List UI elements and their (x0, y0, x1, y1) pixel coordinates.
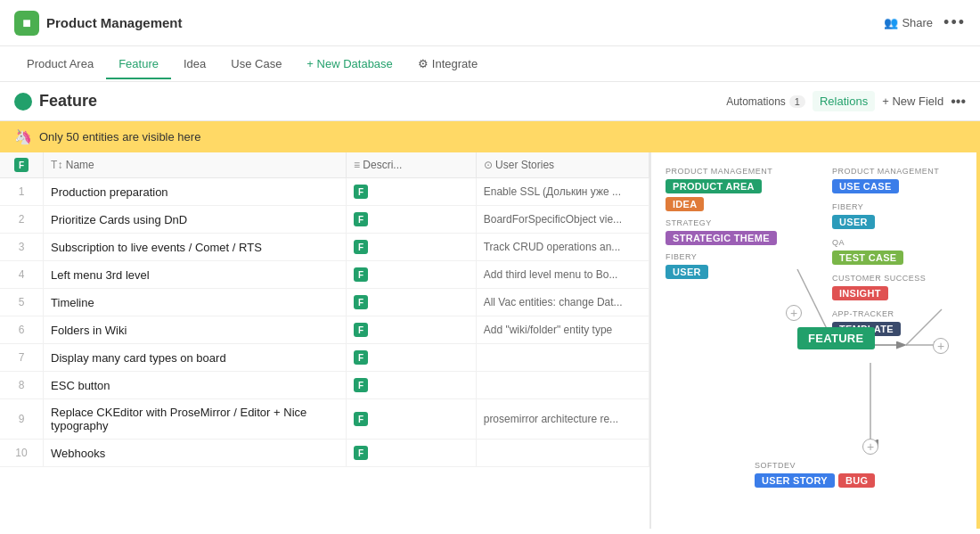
f-icon: F (354, 212, 368, 226)
row-desc: F (347, 234, 477, 261)
feature-table: F T↕ Name ≡ Descri... ⊙ User Stories (0, 152, 649, 467)
relations-panel: PRODUCT MANAGEMENT PRODUCT AREA IDEA STR… (650, 152, 980, 529)
row-name[interactable]: Left menu 3rd level (44, 261, 347, 289)
header-actions: 👥 Share ••• (884, 13, 966, 32)
row-num: 6 (0, 316, 44, 344)
bottom-groups: SOFTDEV USER STORY BUG (755, 461, 933, 495)
app-logo-icon: ■ (14, 11, 39, 36)
tab-integrate[interactable]: ⚙ Integrate (405, 50, 490, 79)
table-row[interactable]: 1 Production preparation F Enable SSL (Д… (0, 178, 649, 206)
row-name[interactable]: Timeline (44, 289, 347, 316)
add-relation-bottom[interactable]: + (862, 439, 878, 455)
table-row[interactable]: 5 Timeline F All Vac entities: change Da… (0, 289, 649, 316)
group-customer-success: CUSTOMER SUCCESS INSIGHT (832, 274, 957, 300)
tag-insight: INSIGHT (832, 286, 888, 300)
row-name[interactable]: Subscription to live events / Comet / RT… (44, 234, 347, 261)
row-desc: F (347, 344, 477, 372)
table-area: F T↕ Name ≡ Descri... ⊙ User Stories (0, 152, 650, 529)
row-desc: F (347, 399, 477, 440)
add-relation-right[interactable]: + (933, 338, 949, 354)
automations-badge: 1 (789, 95, 805, 108)
app-tracker-label: APP-TRACKER (832, 309, 957, 318)
f-badge: F (14, 158, 29, 172)
desc-icon: ≡ (354, 159, 363, 171)
tab-idea[interactable]: Idea (171, 50, 218, 79)
new-field-button[interactable]: + New Field (882, 94, 943, 108)
automations-label: Automations (726, 95, 786, 108)
row-num: 5 (0, 289, 44, 316)
panel-inner: PRODUCT MANAGEMENT PRODUCT AREA IDEA STR… (651, 152, 980, 529)
row-name[interactable]: Replace CKEditor with ProseMirror / Edit… (44, 399, 347, 440)
row-name[interactable]: Folders in Wiki (44, 316, 347, 344)
plus-left-icon[interactable]: + (786, 305, 802, 321)
relations-button[interactable]: Relations (813, 91, 875, 111)
row-stories (476, 344, 649, 372)
group-qa: QA TEST CASE (832, 238, 957, 265)
group-softdev: SOFTDEV USER STORY BUG (755, 461, 933, 488)
tag-bug: BUG (838, 473, 875, 488)
row-stories: Enable SSL (Долькин уже ... (476, 178, 649, 206)
automations-button[interactable]: Automations 1 (726, 95, 805, 108)
tab-use-case[interactable]: Use Case (218, 50, 294, 79)
col-num: F (0, 152, 44, 178)
cs-label: CUSTOMER SUCCESS (832, 274, 957, 283)
table-row[interactable]: 6 Folders in Wiki F Add "wiki/folder" en… (0, 316, 649, 344)
warning-text: Only 50 entities are visible here (39, 130, 200, 144)
tab-product-area[interactable]: Product Area (14, 50, 106, 79)
table-row[interactable]: 8 ESC button F (0, 372, 649, 399)
f-icon: F (354, 185, 368, 199)
softdev-label: SOFTDEV (755, 461, 933, 470)
app-more-button[interactable]: ••• (943, 13, 966, 32)
f-icon: F (354, 323, 368, 337)
page-title-area: Feature (14, 92, 97, 111)
table-row[interactable]: 3 Subscription to live events / Comet / … (0, 234, 649, 261)
row-desc: F (347, 372, 477, 399)
table-row[interactable]: 4 Left menu 3rd level F Add third level … (0, 261, 649, 289)
row-desc: F (347, 440, 477, 467)
table-row[interactable]: 2 Prioritize Cards using DnD F BoardForS… (0, 206, 649, 234)
tab-feature[interactable]: Feature (106, 50, 171, 79)
page-actions: Automations 1 Relations + New Field ••• (726, 91, 966, 111)
tag-use-case: USE CASE (832, 179, 899, 193)
row-desc: F (347, 261, 477, 289)
sort-icon: T↕ (51, 159, 66, 171)
row-num: 2 (0, 206, 44, 234)
row-name[interactable]: Display many card types on board (44, 344, 347, 372)
row-stories: Add "wiki/folder" entity type (476, 316, 649, 344)
warning-icon: 🦄 (14, 128, 32, 145)
warning-banner: 🦄 Only 50 entities are visible here (0, 121, 980, 152)
share-button[interactable]: 👥 Share (884, 16, 933, 29)
add-relation-left[interactable]: + (786, 305, 802, 321)
plus-right-icon[interactable]: + (933, 338, 949, 354)
table-row[interactable]: 7 Display many card types on board F (0, 344, 649, 372)
row-num: 4 (0, 261, 44, 289)
col-desc[interactable]: ≡ Descri... (347, 152, 477, 178)
rel-diagram: PRODUCT MANAGEMENT PRODUCT AREA IDEA STR… (666, 167, 966, 523)
table-row[interactable]: 10 Webhooks F (0, 440, 649, 467)
page-more-button[interactable]: ••• (951, 94, 966, 110)
col-stories[interactable]: ⊙ User Stories (476, 152, 649, 178)
row-name[interactable]: Production preparation (44, 178, 347, 206)
tab-new-database[interactable]: + New Database (294, 50, 404, 79)
row-name[interactable]: Webhooks (44, 440, 347, 467)
table-row[interactable]: 9 Replace CKEditor with ProseMirror / Ed… (0, 399, 649, 440)
row-desc: F (347, 178, 477, 206)
softdev-tags: USER STORY BUG (755, 473, 933, 488)
plus-bottom-icon[interactable]: + (862, 439, 878, 455)
tag-user-story: USER STORY (755, 473, 835, 488)
tag-user-right: USER (832, 215, 875, 229)
row-stories: Add third level menu to Bo... (476, 261, 649, 289)
tag-test-case: TEST CASE (832, 251, 903, 265)
tag-feature-center: FEATURE (797, 327, 875, 349)
row-name[interactable]: ESC button (44, 372, 347, 399)
group-fibery-right: FIBERY USER (832, 202, 957, 229)
feature-center: FEATURE (797, 332, 875, 345)
row-desc: F (347, 316, 477, 344)
row-num: 1 (0, 178, 44, 206)
col-name[interactable]: T↕ Name (44, 152, 347, 178)
row-stories: prosemirror architecture re... (476, 399, 649, 440)
row-num: 7 (0, 344, 44, 372)
row-name[interactable]: Prioritize Cards using DnD (44, 206, 347, 234)
qa-tags: TEST CASE (832, 251, 957, 265)
row-num: 10 (0, 440, 44, 467)
